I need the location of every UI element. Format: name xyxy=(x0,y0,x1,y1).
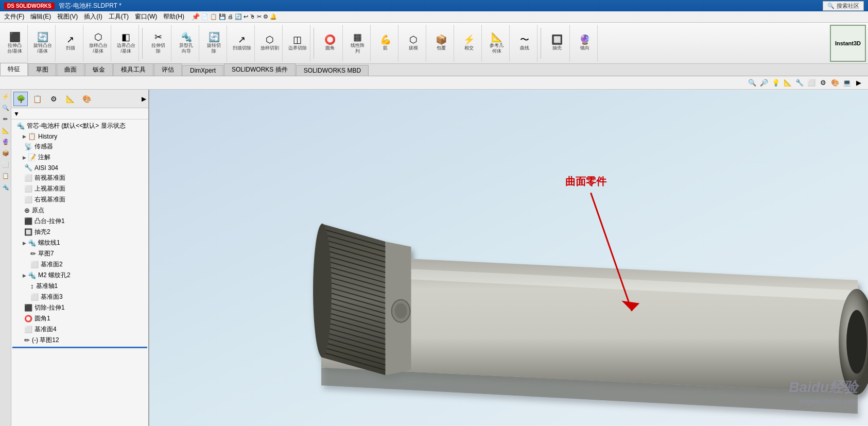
sweep-cut-btn[interactable]: ↗ 扫描切除 xyxy=(229,25,255,62)
edit-appearance-btn[interactable]: 🎨 xyxy=(830,78,840,88)
window-controls: 🔍 搜索社区 xyxy=(823,1,864,11)
tree-item-plane3[interactable]: ⬜ 基准面3 xyxy=(12,292,147,302)
boss-extrude-btn[interactable]: ⬛ 拉伸凸台/基体 xyxy=(2,25,28,62)
rotate-view-btn[interactable]: 💡 xyxy=(771,78,781,88)
tree-item-thread1[interactable]: ▶ 🔩 螺纹线1 xyxy=(12,237,147,248)
draft-btn[interactable]: ⬡ 拔模 xyxy=(401,25,426,62)
tree-item-annotations[interactable]: ▶ 📝 注解 xyxy=(12,152,147,163)
side-icon-9[interactable]: 🔩 xyxy=(1,182,10,192)
intersect-btn[interactable]: ⚡ 相交 xyxy=(456,25,482,62)
title-bar: DS SOLIDWORKS 管芯-电池杆.SLDPRT * 🔍 搜索社区 xyxy=(0,0,868,11)
side-icons: ⚡ 🔍 ✏ 📐 🔮 📦 ⬜ 📋 🔩 xyxy=(0,90,11,426)
shell-btn[interactable]: 🔲 抽壳 xyxy=(544,25,570,62)
tree-item-m2-thread2[interactable]: ▶ 🔩 M2 螺纹孔2 xyxy=(12,270,147,281)
revolve-btn[interactable]: 🔄 旋转凸台/基体 xyxy=(30,25,56,62)
tree-item-sensors[interactable]: 📡 传感器 xyxy=(12,141,147,152)
menu-item-tools[interactable]: 工具(T) xyxy=(106,11,132,22)
instant3d-button[interactable]: Instant3D xyxy=(830,25,866,62)
tree-item-plane4[interactable]: ⬜ 基准面4 xyxy=(12,324,147,335)
loft-btn[interactable]: ⬡ 放样凸台/基体 xyxy=(85,25,111,62)
tab-sw-mbd[interactable]: SOLIDWORKS MBD xyxy=(296,65,369,76)
feature-manager-btn[interactable]: 🌳 xyxy=(13,92,28,106)
side-icon-4[interactable]: 📐 xyxy=(1,126,10,135)
tree-item-origin[interactable]: ⊕ 原点 xyxy=(12,205,147,216)
left-panel: 🌳 📋 ⚙ 📐 🎨 ▶ ▼ 🔩 管芯-电池杆 (默认<<默认> 显示状态 ▶ 📋… xyxy=(11,90,149,426)
side-icon-2[interactable]: 🔍 xyxy=(1,103,10,112)
tab-sketch[interactable]: 草图 xyxy=(28,63,56,76)
mirror-btn[interactable]: 🔮 镜向 xyxy=(572,25,598,62)
view-orient-btn[interactable]: 📐 xyxy=(783,78,793,88)
svg-text:曲面零件: 曲面零件 xyxy=(565,176,607,187)
loft-cut-btn[interactable]: ⬡ 放样切割 xyxy=(257,25,283,62)
display-style-btn[interactable]: ⬜ xyxy=(806,78,817,88)
tab-evaluate[interactable]: 评估 xyxy=(154,63,182,76)
menu-item-edit[interactable]: 编辑(E) xyxy=(27,11,54,22)
search-box[interactable]: 🔍 搜索社区 xyxy=(823,1,864,11)
pin-icon[interactable]: 📌 xyxy=(192,13,200,21)
tree-item-boss-extrude1[interactable]: ⬛ 凸台-拉伸1 xyxy=(12,216,147,227)
wrap-btn[interactable]: 📦 包覆 xyxy=(428,25,454,62)
tree-item-fillet1[interactable]: ⭕ 圆角1 xyxy=(12,313,147,324)
side-icon-7[interactable]: ⬜ xyxy=(1,160,10,169)
main-layout: ⚡ 🔍 ✏ 📐 🔮 📦 ⬜ 📋 🔩 🌳 📋 ⚙ 📐 🎨 ▶ ▼ 🔩 管 xyxy=(0,90,868,426)
side-icon-5[interactable]: 🔮 xyxy=(1,137,10,146)
sw-logo: DS SOLIDWORKS xyxy=(4,3,55,9)
tree-root-item[interactable]: 🔩 管芯-电池杆 (默认<<默认> 显示状态 xyxy=(12,121,147,131)
tab-dimxpert[interactable]: DimXpert xyxy=(182,65,223,76)
section-view-btn[interactable]: 🔧 xyxy=(794,78,805,88)
tab-bar: 特征 草图 曲面 钣金 模具工具 评估 DimXpert SOLIDWORKS … xyxy=(0,64,868,76)
boundary-cut-btn[interactable]: ◫ 边界切除 xyxy=(285,25,310,62)
dim-xpert-mgr-btn[interactable]: 📐 xyxy=(63,92,77,106)
menu-item-insert[interactable]: 插入(I) xyxy=(81,11,105,22)
side-icon-8[interactable]: 📋 xyxy=(1,171,10,180)
zoom-to-fit-btn[interactable]: 🔍 xyxy=(747,78,757,88)
property-manager-btn[interactable]: 📋 xyxy=(30,92,44,106)
linear-pattern-btn[interactable]: ▦ 线性阵列 xyxy=(345,25,371,62)
zoom-in-btn[interactable]: 🔎 xyxy=(759,78,769,88)
config-manager-btn[interactable]: ⚙ xyxy=(46,92,61,106)
tree-item-shell2[interactable]: 🔲 抽壳2 xyxy=(12,227,147,237)
tree-item-cut-extrude1[interactable]: ⬛ 切除-拉伸1 xyxy=(12,302,147,313)
side-icon-3[interactable]: ✏ xyxy=(1,114,10,124)
panel-filter-row: ▼ xyxy=(11,108,148,120)
menu-item-file[interactable]: 文件(F) xyxy=(1,11,27,22)
view-settings-btn[interactable]: ▶ xyxy=(854,78,864,88)
tab-sheetmetal[interactable]: 钣金 xyxy=(85,63,113,76)
tree-item-axis1[interactable]: ↕ 基准轴1 xyxy=(12,281,147,292)
part-icon: 🔩 xyxy=(16,122,25,130)
part-svg: 曲面零件 xyxy=(149,90,868,426)
side-icon-6[interactable]: 📦 xyxy=(1,148,10,158)
rib-btn[interactable]: 💪 筋 xyxy=(373,25,398,62)
fillet-btn[interactable]: ⭕ 圆角 xyxy=(317,25,343,62)
tree-item-sketch12[interactable]: ✏ (-) 草图12 xyxy=(12,335,147,346)
tab-mold[interactable]: 模具工具 xyxy=(113,63,153,76)
menu-item-window[interactable]: 窗口(W) xyxy=(132,11,160,22)
hole-wizard-btn[interactable]: 🔩 异型孔向导 xyxy=(173,25,199,62)
revolve-cut-btn[interactable]: 🔄 旋转切除 xyxy=(201,25,227,62)
feature-tree: 🔩 管芯-电池杆 (默认<<默认> 显示状态 ▶ 📋 History 📡 传感器… xyxy=(11,120,148,426)
ref-geometry-btn[interactable]: 📐 参考几何体 xyxy=(484,25,510,62)
cut-extrude-btn[interactable]: ✂ 拉伸切除 xyxy=(146,25,171,62)
tab-sw-addins[interactable]: SOLIDWORKS 插件 xyxy=(224,63,296,76)
tree-item-history[interactable]: ▶ 📋 History xyxy=(12,131,147,141)
tree-item-right-plane[interactable]: ⬜ 右视基准面 xyxy=(12,194,147,205)
sweep-btn[interactable]: ↗ 扫描 xyxy=(58,25,83,62)
tree-item-front-plane[interactable]: ⬜ 前视基准面 xyxy=(12,173,147,183)
panel-arrow-btn[interactable]: ▶ xyxy=(142,95,146,103)
menu-item-view[interactable]: 视图(V) xyxy=(54,11,81,22)
scene-btn[interactable]: 💻 xyxy=(842,78,852,88)
boundary-boss-btn[interactable]: ◧ 边界凸台/基体 xyxy=(113,25,139,62)
tab-features[interactable]: 特征 xyxy=(0,63,28,76)
menu-item-help[interactable]: 帮助(H) xyxy=(160,11,187,22)
tree-item-material[interactable]: 🔧 AISI 304 xyxy=(12,163,147,173)
svg-point-30 xyxy=(846,310,867,374)
tree-item-plane2[interactable]: ⬜ 基准面2 xyxy=(12,259,147,270)
tree-item-sketch7[interactable]: ✏ 草图7 xyxy=(12,248,147,259)
curves-btn[interactable]: 〜 曲线 xyxy=(512,25,537,62)
hide-show-btn[interactable]: ⚙ xyxy=(818,78,828,88)
tree-item-top-plane[interactable]: ⬜ 上视基准面 xyxy=(12,183,147,194)
viewport[interactable]: 曲面零件 Baidu经验 jingyan.baidu.com xyxy=(149,90,868,426)
display-manager-btn[interactable]: 🎨 xyxy=(79,92,94,106)
tab-surface[interactable]: 曲面 xyxy=(57,63,84,76)
side-icon-1[interactable]: ⚡ xyxy=(1,92,10,101)
